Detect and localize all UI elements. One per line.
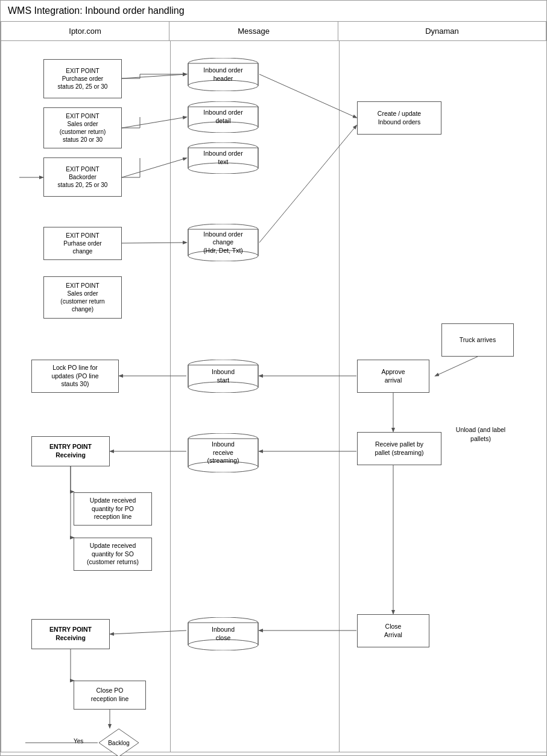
unload-label: Unload (and label pallets) [441,420,520,449]
update-so-box: Update received quantity for SO (custome… [74,538,152,571]
page: WMS Integration: Inbound order handling … [0,0,547,756]
svg-line-41 [259,74,356,118]
svg-line-40 [122,243,186,243]
cylinder-inbound-receive: Inbound receive (streaming) [187,433,259,472]
approve-arrival-box: Approve arrival [357,360,429,393]
cylinder-inbound-text: Inbound order text [187,142,259,174]
update-po-box: Update received quantity for PO receptio… [74,492,152,526]
svg-line-38 [122,158,186,177]
svg-line-42 [259,125,356,243]
svg-line-55 [110,631,186,634]
column-headers: Iptor.com Message Dynaman [1,22,546,41]
yes-label: Yes [74,738,83,745]
exit-point-5: EXIT POINT Sales order (customer return … [43,276,122,319]
cylinder-inbound-close: Inbound close [187,617,259,650]
cylinder-inbound-header: Inbound order header [187,58,259,91]
cylinder-inbound-change: Inbound order change (Hdr, Det, Txt) [187,224,259,261]
entry-receiving-2: ENTRY POINT Receiving [31,619,110,649]
title-text: WMS Integration: Inbound order handling [8,5,185,16]
exit-point-3: EXIT POINT Backorder status 20, 25 or 30 [43,157,122,197]
close-arrival-box: Close Arrival [357,614,429,647]
page-title: WMS Integration: Inbound order handling [1,1,546,22]
exit-point-1: EXIT POINT Purchase order status 20, 25 … [43,59,122,98]
cylinder-inbound-detail: Inbound order detail [187,101,259,133]
cylinder-inbound-start: Inbound start [187,360,259,393]
exit-point-2: EXIT POINT Sales order (customer return)… [43,107,122,148]
lock-po-box: Lock PO line for updates (PO line stauts… [31,360,119,393]
create-update-box: Create / update Inbound orders [357,101,441,135]
entry-receiving-1: ENTRY POINT Receiving [31,436,110,466]
header-iptor: Iptor.com [1,22,169,40]
svg-line-43 [435,357,478,376]
truck-arrives-box: Truck arrives [441,323,514,357]
svg-line-37 [122,117,186,128]
exit-point-4: EXIT POINT Purhase order change [43,227,122,260]
header-message: Message [169,22,338,40]
backlog-diamond: Backlog [98,728,140,756]
close-po-box: Close PO reception line [74,681,146,710]
header-dynaman: Dynaman [338,22,546,40]
receive-pallet-box: Receive pallet by pallet (streaming) [357,432,441,465]
diagram-container: Iptor.com Message Dynaman EXIT POINT Pur… [1,22,546,752]
svg-line-36 [122,74,186,78]
